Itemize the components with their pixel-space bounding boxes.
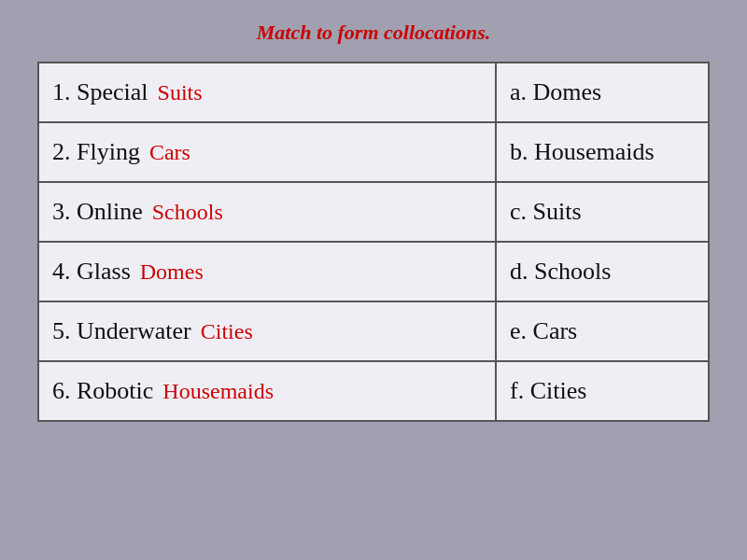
left-label-1: 2. Flying bbox=[52, 138, 140, 166]
cell-left-0: 1. SpecialSuits bbox=[39, 63, 497, 121]
page-title: Match to form collocations. bbox=[257, 21, 491, 45]
right-label-0: a. Domes bbox=[510, 78, 601, 106]
cell-left-1: 2. FlyingCars bbox=[39, 123, 497, 181]
table-row: 4. GlassDomesd. Schools bbox=[39, 243, 708, 302]
table-row: 2. FlyingCarsb. Housemaids bbox=[39, 123, 708, 183]
right-label-3: d. Schools bbox=[510, 258, 611, 286]
left-label-0: 1. Special bbox=[52, 78, 148, 106]
cell-left-4: 5. UnderwaterCities bbox=[39, 302, 497, 360]
cell-left-5: 6. RoboticHousemaids bbox=[39, 362, 497, 420]
right-label-2: c. Suits bbox=[510, 198, 582, 226]
right-label-1: b. Housemaids bbox=[510, 138, 655, 166]
cell-right-3: d. Schools bbox=[497, 243, 708, 301]
left-label-5: 6. Robotic bbox=[52, 377, 153, 405]
cell-right-5: f. Cities bbox=[497, 362, 708, 420]
answer-3: Domes bbox=[140, 259, 204, 285]
cell-left-3: 4. GlassDomes bbox=[39, 243, 497, 301]
table-row: 1. SpecialSuitsa. Domes bbox=[39, 63, 708, 123]
cell-right-2: c. Suits bbox=[497, 183, 708, 241]
answer-4: Cities bbox=[201, 319, 253, 344]
table-row: 5. UnderwaterCitiese. Cars bbox=[39, 302, 708, 362]
answer-1: Cars bbox=[149, 140, 190, 165]
cell-right-1: b. Housemaids bbox=[497, 123, 708, 181]
cell-right-0: a. Domes bbox=[497, 63, 708, 121]
left-label-4: 5. Underwater bbox=[52, 317, 191, 345]
left-label-2: 3. Online bbox=[52, 198, 143, 226]
table-row: 6. RoboticHousemaidsf. Cities bbox=[39, 362, 708, 420]
answer-5: Housemaids bbox=[162, 379, 274, 404]
cell-right-4: e. Cars bbox=[497, 302, 708, 360]
left-label-3: 4. Glass bbox=[52, 258, 131, 286]
matching-table: 1. SpecialSuitsa. Domes2. FlyingCarsb. H… bbox=[37, 62, 710, 422]
cell-left-2: 3. OnlineSchools bbox=[39, 183, 497, 241]
answer-0: Suits bbox=[158, 80, 203, 105]
right-label-4: e. Cars bbox=[510, 317, 577, 345]
answer-2: Schools bbox=[152, 200, 223, 225]
right-label-5: f. Cities bbox=[510, 377, 586, 405]
table-row: 3. OnlineSchoolsc. Suits bbox=[39, 183, 708, 243]
